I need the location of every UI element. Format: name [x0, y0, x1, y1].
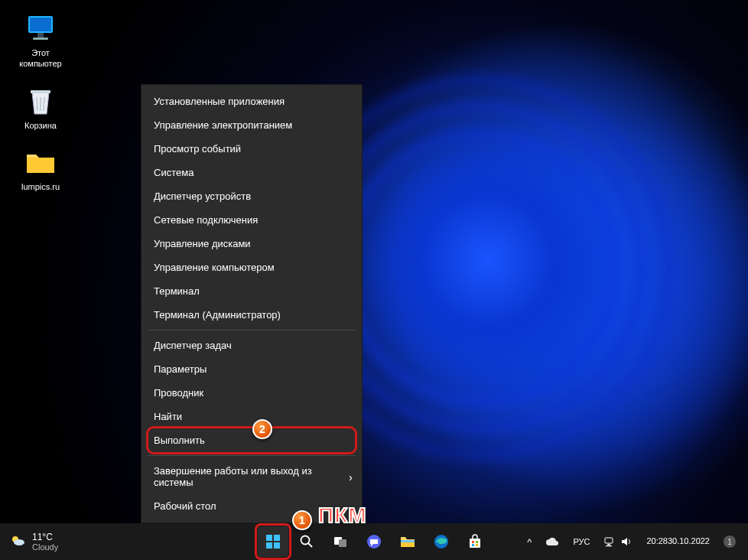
- menu-item-label: Найти: [154, 411, 182, 422]
- desktop-icon-recycle-bin[interactable]: Корзина: [11, 83, 70, 132]
- menu-separator: [148, 330, 356, 330]
- taskbar-store-button[interactable]: [460, 526, 490, 557]
- annotation-badge-1: 1: [292, 510, 312, 530]
- notification-count-badge: 1: [724, 536, 736, 548]
- menu-item-label: Терминал: [154, 285, 200, 297]
- tray-language[interactable]: РУС: [568, 534, 594, 549]
- weather-icon: [9, 532, 26, 551]
- menu-disk-management[interactable]: Управление дисками: [141, 232, 362, 256]
- start-context-menu: Установленные приложения Управление элек…: [141, 84, 363, 523]
- store-icon: [467, 534, 483, 549]
- taskbar-clock[interactable]: 20:28 30.10.2022: [642, 536, 714, 546]
- svg-rect-17: [401, 540, 415, 542]
- weather-temp: 11°C: [32, 532, 58, 542]
- clock-time: 20:28: [646, 536, 668, 546]
- svg-rect-20: [472, 541, 474, 543]
- system-tray: ^ РУС 20:28 30.10.2022 1: [522, 532, 748, 551]
- menu-run[interactable]: Выполнить: [141, 428, 362, 452]
- svg-rect-10: [274, 542, 280, 549]
- svg-rect-2: [37, 33, 44, 37]
- taskbar-chat-button[interactable]: [359, 526, 389, 557]
- svg-rect-3: [33, 37, 48, 40]
- taskbar-explorer-button[interactable]: [392, 526, 423, 557]
- search-icon: [299, 534, 314, 549]
- menu-network-connections[interactable]: Сетевые подключения: [141, 208, 362, 232]
- language-label: РУС: [573, 537, 590, 546]
- menu-item-label: Завершение работы или выход из системы: [154, 465, 350, 488]
- clock-date: 30.10.2022: [668, 536, 710, 546]
- menu-shutdown-signout[interactable]: Завершение работы или выход из системы: [141, 459, 362, 494]
- menu-event-viewer[interactable]: Просмотр событий: [141, 137, 362, 161]
- menu-item-label: Проводник: [154, 387, 203, 399]
- start-button[interactable]: [258, 526, 288, 557]
- menu-search[interactable]: Найти: [141, 405, 362, 428]
- edge-icon: [433, 533, 450, 550]
- menu-item-label: Диспетчер задач: [154, 340, 232, 351]
- svg-rect-9: [266, 542, 272, 549]
- svg-rect-22: [472, 544, 474, 546]
- taskbar-edge-button[interactable]: [426, 526, 457, 557]
- tray-overflow-button[interactable]: ^: [522, 533, 536, 551]
- desktop-icons-area: Этот компьютер Корзина lumpics.ru: [11, 11, 70, 193]
- menu-device-manager[interactable]: Диспетчер устройств: [141, 184, 362, 208]
- annotation-badge-2: 2: [252, 419, 272, 439]
- svg-line-12: [308, 543, 312, 547]
- svg-rect-19: [470, 539, 480, 548]
- desktop-icon-this-pc[interactable]: Этот компьютер: [11, 11, 70, 70]
- svg-rect-14: [339, 539, 346, 547]
- svg-rect-8: [274, 535, 280, 541]
- menu-task-manager[interactable]: Диспетчер задач: [141, 334, 362, 357]
- menu-item-label: Система: [154, 167, 194, 178]
- tray-notifications[interactable]: 1: [719, 532, 740, 551]
- svg-rect-4: [31, 90, 50, 93]
- menu-item-label: Терминал (Администратор): [154, 309, 281, 321]
- weather-condition: Cloudy: [32, 542, 58, 552]
- cloud-icon: [545, 536, 559, 547]
- folder-icon: [399, 534, 416, 549]
- menu-explorer[interactable]: Проводник: [141, 381, 362, 405]
- menu-terminal-admin[interactable]: Терминал (Администратор): [141, 303, 362, 327]
- svg-rect-1: [30, 18, 51, 31]
- folder-icon: [23, 145, 58, 180]
- tray-onedrive[interactable]: [541, 533, 564, 550]
- menu-item-label: Параметры: [154, 363, 207, 375]
- desktop-icon-label: Корзина: [24, 121, 57, 132]
- taskbar: 11°C Cloudy ^ РУС: [0, 523, 748, 560]
- menu-item-label: Просмотр событий: [154, 143, 241, 155]
- svg-rect-21: [476, 541, 478, 543]
- menu-separator: [148, 455, 356, 456]
- annotation-text-rmb: ПКМ: [318, 503, 367, 528]
- svg-rect-23: [476, 544, 478, 546]
- svg-rect-24: [605, 538, 613, 543]
- taskbar-weather-widget[interactable]: 11°C Cloudy: [0, 532, 67, 552]
- menu-item-label: Рабочий стол: [154, 500, 216, 512]
- taskbar-search-button[interactable]: [291, 526, 322, 557]
- desktop-icon-folder[interactable]: lumpics.ru: [11, 145, 70, 193]
- windows-logo-icon: [265, 533, 281, 550]
- menu-item-label: Установленные приложения: [154, 96, 285, 107]
- svg-point-11: [301, 536, 310, 545]
- svg-rect-7: [266, 535, 272, 541]
- menu-item-label: Управление дисками: [154, 238, 251, 249]
- menu-item-label: Диспетчер устройств: [154, 190, 251, 202]
- menu-installed-apps[interactable]: Установленные приложения: [141, 90, 362, 113]
- desktop-icon-label: lumpics.ru: [21, 182, 60, 193]
- task-view-icon: [333, 534, 348, 549]
- chevron-up-icon: ^: [527, 536, 532, 548]
- svg-point-6: [14, 539, 24, 545]
- menu-power-options[interactable]: Управление электропитанием: [141, 113, 362, 137]
- menu-item-label: Управление электропитанием: [154, 119, 292, 131]
- menu-settings[interactable]: Параметры: [141, 357, 362, 381]
- volume-icon: [620, 536, 633, 547]
- menu-system[interactable]: Система: [141, 161, 362, 184]
- svg-rect-26: [606, 545, 612, 546]
- menu-terminal[interactable]: Терминал: [141, 279, 362, 303]
- taskbar-center: [258, 526, 490, 557]
- taskbar-task-view-button[interactable]: [325, 526, 356, 557]
- chat-icon: [366, 533, 382, 550]
- desktop-wallpaper: [0, 0, 748, 560]
- menu-computer-management[interactable]: Управление компьютером: [141, 256, 362, 279]
- menu-item-label: Управление компьютером: [154, 262, 275, 273]
- tray-network-volume[interactable]: [599, 533, 637, 550]
- svg-rect-25: [607, 544, 610, 545]
